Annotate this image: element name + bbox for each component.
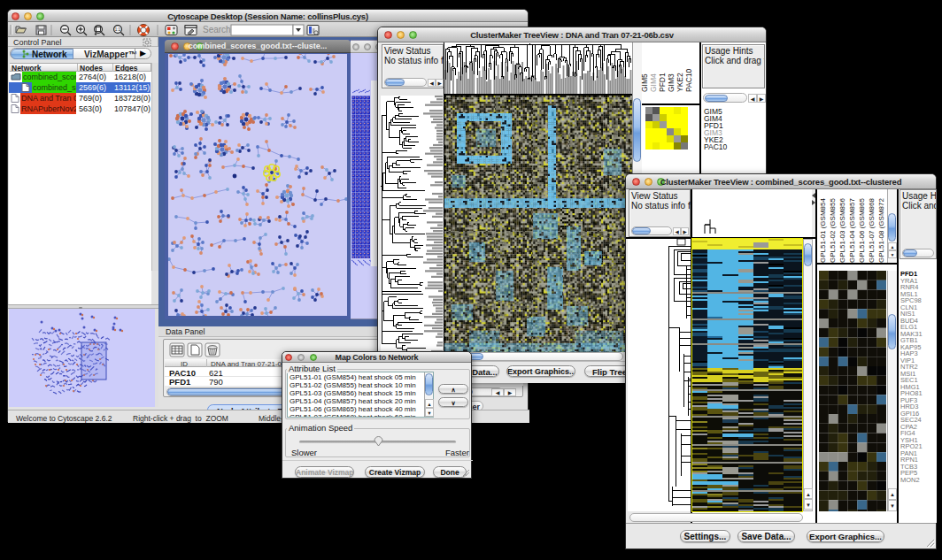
svg-text:GIM3: GIM3 (667, 73, 676, 92)
svg-text:1:1: 1:1 (115, 27, 121, 32)
svg-text:GPL51-04 (GSM857: GPL51-04 (GSM857 (848, 198, 856, 263)
svg-text:GPL51-08 (GSM872: GPL51-08 (GSM872 (877, 198, 885, 263)
svg-text:GPL51-01 (GSM854: GPL51-01 (GSM854 (819, 198, 827, 263)
svg-text:GPL51-03 (GSM856: GPL51-03 (GSM856 (838, 198, 846, 263)
svg-text:Search:: Search: (203, 25, 233, 35)
svg-text:GPL51-07 (GSM868: GPL51-07 (GSM868 (868, 198, 876, 263)
svg-text:PFD1: PFD1 (658, 73, 667, 92)
svg-text:GIM5: GIM5 (640, 73, 649, 92)
svg-text:GPL51-02 (GSM855: GPL51-02 (GSM855 (829, 198, 837, 263)
svg-text:YKE2: YKE2 (676, 73, 684, 92)
svg-text:PAC10: PAC10 (684, 68, 693, 92)
svg-text:GPL51-06 (GSM865: GPL51-06 (GSM865 (858, 198, 866, 263)
svg-text:GIM4: GIM4 (649, 73, 658, 92)
